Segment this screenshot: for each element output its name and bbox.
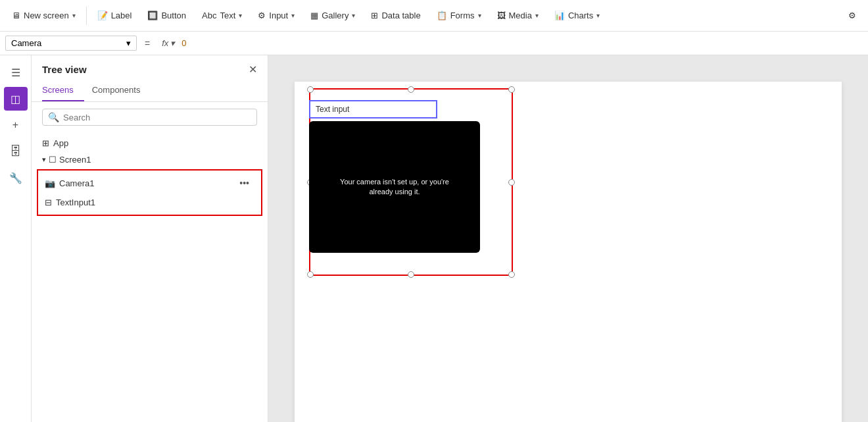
handle-tm[interactable] [408, 86, 414, 93]
text-chevron: ▾ [239, 12, 242, 19]
toolbar: 🖥 New screen ▾ 📝 Label 🔲 Button Abc Text… [0, 0, 868, 32]
handle-bm[interactable] [408, 271, 414, 278]
canvas-frame: Text input Your camera isn't set up, or … [295, 82, 842, 422]
handle-bl[interactable] [307, 271, 314, 278]
button-icon: 🔲 [147, 11, 158, 20]
dropdown-chevron: ▾ [126, 38, 131, 48]
monitor-icon: 🖥 [12, 11, 20, 20]
charts-text: Charts [568, 11, 593, 20]
handle-br[interactable] [508, 271, 515, 278]
gallery-icon: ▦ [310, 11, 318, 20]
tree-tabs: Screens Components [32, 81, 268, 102]
datatable-button[interactable]: ⊞ Data table [364, 8, 427, 23]
forms-chevron: ▾ [478, 12, 481, 19]
gallery-button[interactable]: ▦ Gallery ▾ [304, 8, 362, 23]
screen1-label: Screen1 [59, 155, 91, 165]
textinput-icon: ⊟ [45, 198, 52, 207]
formula-input[interactable] [181, 38, 863, 48]
charts-icon: 📊 [554, 11, 565, 20]
add-button[interactable]: + [4, 113, 28, 137]
side-icon-bar: ☰ ◫ + 🗄 🔧 [0, 55, 32, 422]
search-box: 🔍 [42, 109, 257, 126]
datatable-icon: ⊞ [371, 11, 378, 20]
charts-button[interactable]: 📊 Charts ▾ [548, 8, 606, 23]
canvas-area: Text input Your camera isn't set up, or … [268, 55, 868, 422]
tree-title: Tree view [42, 64, 87, 75]
camera1-label: Camera1 [59, 178, 94, 188]
charts-chevron: ▾ [596, 12, 600, 19]
media-icon: 🖼 [497, 11, 506, 20]
tree-item-textinput1[interactable]: ⊟ TextInput1 [38, 193, 261, 212]
new-screen-label: New screen [24, 11, 69, 20]
settings-icon: ⚙ [848, 11, 856, 20]
tree-header: Tree view ✕ [32, 55, 268, 81]
tools-icon: 🔧 [9, 172, 22, 184]
text-label: Text [220, 11, 235, 20]
new-screen-button[interactable]: 🖥 New screen ▾ [5, 8, 82, 23]
text-button[interactable]: Abc Text ▾ [195, 8, 249, 23]
forms-icon: 📋 [437, 11, 447, 20]
data-icon: 🗄 [10, 145, 22, 159]
search-input[interactable] [63, 113, 251, 122]
layers-button[interactable]: ◫ [4, 87, 28, 111]
media-text: Media [509, 11, 532, 20]
tree-close-button[interactable]: ✕ [249, 63, 257, 76]
handle-tr[interactable] [508, 86, 515, 93]
fx-button[interactable]: fx ▾ [158, 38, 179, 48]
text-icon: Abc [202, 11, 216, 20]
camera1-more-button[interactable]: ••• [239, 178, 249, 188]
settings-button[interactable]: ⚙ [842, 8, 863, 23]
hamburger-menu-button[interactable]: ☰ [4, 61, 28, 84]
camera1-left: 📷 Camera1 [45, 178, 94, 188]
tab-components[interactable]: Components [92, 81, 151, 101]
property-dropdown[interactable]: Camera ▾ [5, 36, 137, 51]
tab-screens[interactable]: Screens [42, 81, 84, 101]
add-icon: + [12, 119, 18, 131]
gallery-chevron: ▾ [352, 12, 355, 19]
layers-icon: ◫ [11, 93, 20, 105]
textinput1-label: TextInput1 [56, 198, 95, 207]
canvas-textinput[interactable]: Text input [309, 100, 437, 119]
media-button[interactable]: 🖼 Media ▾ [491, 8, 545, 23]
button-text: Button [161, 11, 186, 20]
hamburger-icon: ☰ [11, 66, 20, 79]
camera-message: Your camera isn't set up, or you're alre… [335, 177, 454, 198]
media-chevron: ▾ [535, 12, 539, 19]
app-icon: ⊞ [42, 138, 49, 148]
formula-bar: Camera ▾ = fx ▾ [0, 32, 868, 55]
screen-icon: ☐ [49, 155, 57, 165]
camera-icon: 📷 [45, 178, 55, 188]
canvas-camera: Your camera isn't set up, or you're alre… [309, 121, 480, 253]
equals-sign: = [139, 38, 155, 49]
tree-item-app[interactable]: ⊞ App [32, 135, 268, 151]
data-button[interactable]: 🗄 [4, 140, 28, 163]
input-button[interactable]: ⚙ Input ▾ [251, 8, 301, 23]
property-value: Camera [11, 38, 41, 48]
tree-item-camera1[interactable]: 📷 Camera1 ••• [38, 173, 261, 193]
search-icon: 🔍 [48, 112, 59, 122]
tree-view-panel: Tree view ✕ Screens Components 🔍 ⊞ App ▾… [32, 55, 268, 422]
label-icon: 📝 [97, 11, 108, 20]
textinput1-left: ⊟ TextInput1 [45, 198, 95, 207]
button-button[interactable]: 🔲 Button [141, 8, 193, 23]
tree-children: 📷 Camera1 ••• ⊟ TextInput1 [37, 169, 262, 216]
input-chevron: ▾ [291, 12, 295, 19]
main-area: ☰ ◫ + 🗄 🔧 Tree view ✕ Screens Components… [0, 55, 868, 422]
handle-mr[interactable] [508, 179, 515, 186]
new-screen-chevron: ▾ [72, 12, 76, 19]
handle-tl[interactable] [307, 86, 314, 93]
canvas-textinput-label: Text input [316, 105, 349, 114]
input-text: Input [269, 11, 288, 20]
chevron-down-icon: ▾ [42, 155, 46, 164]
gallery-text: Gallery [322, 11, 349, 20]
app-label: App [53, 138, 68, 148]
fx-label: fx [162, 38, 168, 48]
input-icon: ⚙ [258, 11, 266, 20]
tree-item-screen1[interactable]: ▾ ☐ Screen1 [32, 151, 268, 168]
fx-chevron: ▾ [170, 38, 175, 48]
forms-button[interactable]: 📋 Forms ▾ [430, 8, 488, 23]
divider1 [86, 7, 87, 25]
tools-button[interactable]: 🔧 [4, 166, 28, 190]
label-button[interactable]: 📝 Label [91, 8, 139, 23]
datatable-text: Data table [381, 11, 420, 20]
